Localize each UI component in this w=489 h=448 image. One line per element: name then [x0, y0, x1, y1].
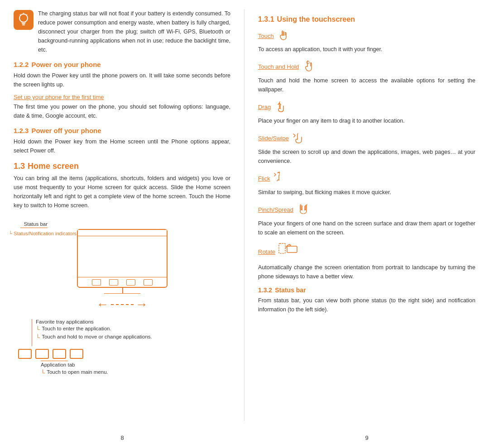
section-122: 1.2.2Power on your phone Hold down the P… — [14, 61, 230, 120]
header-section: The charging status bar will not float i… — [14, 9, 230, 54]
gesture-touch-desc: To access an application, touch it with … — [258, 45, 475, 54]
section-132-body: From status bar, you can view both phone… — [258, 296, 475, 314]
favorite-touch-label: Touch to enter the application. — [42, 326, 111, 331]
section-123-title: 1.2.3Power off your phone — [14, 127, 230, 134]
gesture-rotate-label: Rotate — [258, 248, 275, 255]
svg-rect-6 — [279, 243, 285, 253]
left-page-number: 8 — [120, 434, 124, 441]
gesture-pinch-spread-desc: Place your fingers of one hand on the sc… — [258, 219, 475, 237]
flick-icon — [273, 171, 286, 186]
section-131: 1.3.1Using the touchscreen Touch To ac — [258, 15, 475, 281]
section-131-title: 1.3.1Using the touchscreen — [258, 15, 475, 24]
gesture-touch-and-hold-label: Touch and Hold — [258, 63, 299, 70]
gesture-slide-swipe-desc: Slide the screen to scroll up and down t… — [258, 148, 475, 166]
section-123: 1.2.3Power off your phone Hold down the … — [14, 127, 230, 155]
left-column: The charging status bar will not float i… — [14, 9, 244, 421]
lightbulb-icon — [14, 10, 34, 30]
gesture-touch-label: Touch — [258, 33, 274, 39]
touch-hold-icon — [302, 59, 314, 74]
home-screen-diagram: Status bar └ Status/Notification indicat… — [14, 219, 230, 377]
favorite-hold-label: Touch and hold to move or change applica… — [42, 334, 152, 339]
gesture-flick-desc: Similar to swiping, but flicking makes i… — [258, 188, 475, 197]
gesture-drag-label: Drag — [258, 104, 271, 110]
header-body-text: The charging status bar will not float i… — [38, 9, 230, 54]
gesture-flick-label: Flick — [258, 175, 270, 182]
touch-icon — [277, 29, 288, 43]
gesture-touch-header: Touch — [258, 29, 475, 43]
svg-line-4 — [27, 14, 28, 15]
gesture-drag-desc: Place your finger on any item to drag it… — [258, 116, 475, 125]
svg-line-3 — [20, 14, 21, 15]
page-footer: 8 9 — [0, 430, 489, 448]
section-13: 1.3Home screen You can bring all the ite… — [14, 162, 230, 210]
status-notification-label: Status/Notification indicators — [14, 231, 77, 236]
gesture-flick-header: Flick — [258, 171, 475, 186]
app-tab-touch-label: Touch to open main menu. — [47, 369, 108, 375]
gesture-drag-header: Drag — [258, 100, 475, 114]
gesture-pinch-spread-header: Pinch/Spread — [258, 202, 475, 217]
app-tab-label: Application tab — [41, 362, 108, 367]
gesture-rotate-desc: Automatically change the screen orientat… — [258, 263, 475, 281]
svg-point-5 — [307, 61, 309, 64]
swipe-icon — [292, 131, 304, 146]
setup-body: The first time you power on the phone, y… — [14, 102, 230, 120]
rotate-icon — [278, 243, 298, 261]
gesture-touch-and-hold: Touch and Hold Touch and hold the home s… — [258, 59, 475, 94]
gesture-rotate: Rotate Automatically change th — [258, 243, 475, 281]
status-bar-label: Status bar — [24, 221, 48, 227]
section-122-title: 1.2.2Power on your phone — [14, 61, 230, 68]
svg-rect-7 — [287, 246, 297, 253]
section-122-body: Hold down the Power key until the phone … — [14, 71, 230, 89]
gesture-rotate-header: Rotate — [258, 243, 475, 261]
gesture-touch-and-hold-desc: Touch and hold the home screen to access… — [258, 76, 475, 94]
section-13-body: You can bring all the items (application… — [14, 174, 230, 210]
gesture-flick: Flick Similar to swiping, but flicking m… — [258, 171, 475, 197]
pinch-icon — [296, 202, 312, 217]
section-123-body: Hold down the Power key from the Home sc… — [14, 137, 230, 155]
gesture-touch-and-hold-header: Touch and Hold — [258, 59, 475, 74]
gesture-drag: Drag Place your finger on any item to dr… — [258, 100, 475, 125]
favorite-tray-label: Favorite tray applications — [36, 319, 152, 324]
section-132: 1.3.2Status bar From status bar, you can… — [258, 286, 475, 314]
gesture-slide-swipe: Slide/Swipe Slide the screen to scroll u… — [258, 131, 475, 166]
gesture-touch: Touch To access an application, touch it… — [258, 29, 475, 54]
gesture-pinch-spread: Pinch/Spread Place your fingers of one h… — [258, 202, 475, 237]
section-13-title: 1.3Home screen — [14, 162, 230, 171]
gesture-pinch-spread-label: Pinch/Spread — [258, 206, 293, 213]
section-132-title: 1.3.2Status bar — [258, 286, 475, 294]
right-page-number: 9 — [365, 434, 368, 441]
setup-link[interactable]: Set up your phone for the first time — [14, 94, 230, 100]
drag-icon — [273, 100, 286, 114]
right-column: 1.3.1Using the touchscreen Touch To ac — [244, 9, 475, 421]
gesture-slide-swipe-header: Slide/Swipe — [258, 131, 475, 146]
gesture-slide-swipe-label: Slide/Swipe — [258, 135, 289, 142]
